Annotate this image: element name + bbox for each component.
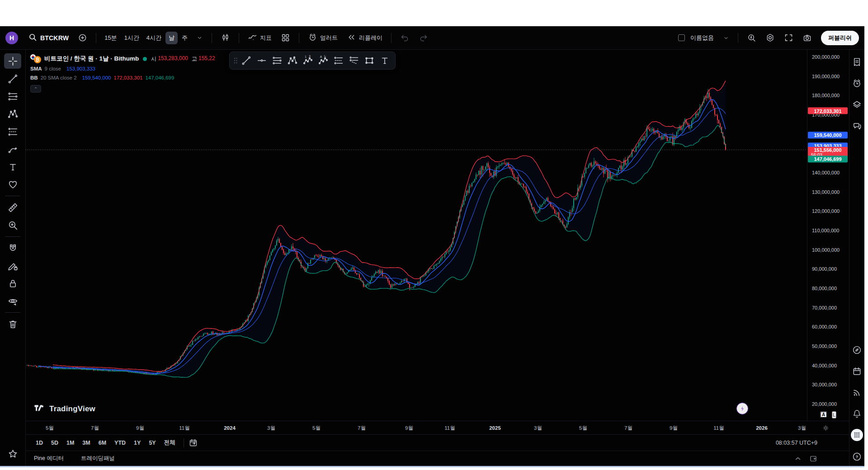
legend-collapse-button[interactable]: ⌃ [30,85,41,93]
crosshair-tool-icon[interactable] [4,53,21,69]
trend-line-icon[interactable] [239,53,254,68]
price-tick-label: 20,000,000 [812,401,837,407]
xabcd-pattern-icon[interactable] [285,53,300,68]
axis-settings-gear-icon[interactable] [822,424,829,431]
symbol-search-button[interactable]: BTCKRW [24,30,72,46]
chat-icon[interactable] [851,120,863,132]
hide-drawings-tool-icon[interactable] [4,293,21,309]
layout-checkbox[interactable] [678,34,685,41]
layout-name-button[interactable]: 이름없음 [687,31,717,45]
rectangle-icon[interactable] [362,53,377,68]
price-tick-label: 130,000,000 [812,189,840,195]
range-button-1D[interactable]: 1D [32,437,47,449]
indicator-templates-icon[interactable] [277,30,294,45]
bell-icon[interactable] [851,408,863,419]
trend-line-tool-icon[interactable] [4,71,21,86]
object-tree-icon[interactable] [851,99,863,110]
range-button-YTD[interactable]: YTD [111,437,129,449]
range-button-1M[interactable]: 1M [63,437,78,449]
interval-button-4시간[interactable]: 4시간 [143,32,165,44]
interval-button-날[interactable]: 날 [165,32,178,44]
compare-add-icon[interactable] [74,30,91,45]
indicators-button[interactable]: 지표 [244,30,275,46]
price-chart[interactable] [26,50,807,421]
range-buttons: 1D5D1M3M6MYTD1Y5Y전체 [32,437,179,449]
calendar-icon[interactable] [851,365,863,377]
range-button-3M[interactable]: 3M [79,437,94,449]
interval-chevron-down-icon[interactable] [193,32,207,44]
undo-icon[interactable] [396,30,413,45]
drag-handle-icon[interactable] [232,55,239,66]
interval-button-1시간[interactable]: 1시간 [121,32,142,44]
time-tick-label: 11월 [713,424,724,431]
magnet-tool-icon[interactable] [4,240,21,256]
watchlist-icon[interactable] [851,56,863,68]
auto-scale-badge[interactable]: A [820,411,827,418]
market-status-dot[interactable] [143,57,147,61]
apps-grid-icon[interactable] [851,429,863,441]
horizontal-line-icon[interactable] [254,53,269,68]
fib-retracement-tool-icon[interactable] [4,124,21,139]
panel-expand-icon[interactable] [809,455,817,463]
fib-retracement-icon[interactable] [331,53,346,68]
ruler-tool-icon[interactable] [4,200,21,215]
panel-collapse-chevron-icon[interactable] [794,455,802,463]
time-tick-label: 7월 [358,424,366,431]
divider [5,236,20,237]
parallel-channel-icon[interactable] [269,53,285,68]
price-axis[interactable]: A L 200,000,000190,000,000180,000,000170… [807,50,849,421]
parallel-channel-tool-icon[interactable] [4,89,21,104]
elliott-impulse-icon[interactable]: 15 [300,53,316,68]
indicators-wave-icon [248,33,257,43]
alert-button[interactable]: 얼러트 [304,30,341,46]
interval-button-주[interactable]: 주 [179,32,191,44]
alerts-clock-icon[interactable] [851,77,863,89]
boost-lightning-icon[interactable] [736,403,748,414]
lock-all-tool-icon[interactable] [4,276,21,291]
layout-chevron-down-icon[interactable] [719,32,733,44]
price-tick-label: 30,000,000 [812,382,837,387]
text-tool-icon[interactable] [377,53,392,68]
trash-tool-icon[interactable] [4,316,21,332]
bottom-panel-tab-0[interactable]: Pine 에디터 [34,455,64,462]
time-tick-label: 7월 [624,424,632,431]
interval-button-15분[interactable]: 15분 [101,32,120,44]
redo-icon[interactable] [415,30,432,45]
xabcd-pattern-tool-icon[interactable] [4,106,21,122]
elliott-correction-icon[interactable]: AC [316,53,331,68]
fullscreen-icon[interactable] [780,30,797,45]
compass-icon[interactable] [851,344,863,356]
chart-canvas[interactable]: ₿ 비트코인 / 한국 원 · 1날 · Bithumb 시153,283,00… [26,50,807,421]
chart-style-candles-icon[interactable] [217,30,234,45]
clock-utc-label[interactable]: 08:03:57 UTC+9 [776,440,843,446]
sma-indicator-row[interactable]: SMA 9 close 153,903,333 [30,64,215,73]
screenshot-camera-icon[interactable] [799,30,816,45]
fib-trend-icon[interactable] [346,53,362,68]
range-button-5D[interactable]: 5D [47,437,62,449]
user-avatar[interactable]: H [5,32,18,44]
broadcast-icon[interactable] [851,386,863,398]
quick-search-icon[interactable] [743,30,760,45]
range-button-6M[interactable]: 6M [95,437,110,449]
text-tool-tool-icon[interactable] [4,159,21,174]
zoom-in-tool-icon[interactable] [4,217,21,233]
goto-date-calendar-icon[interactable] [189,438,198,447]
log-scale-badge[interactable]: L [832,411,837,418]
bottom-panel-tab-1[interactable]: 트레이딩패널 [81,455,115,462]
heart-emoji-tool-icon[interactable] [4,177,21,192]
range-button-전체[interactable]: 전체 [160,437,179,449]
star-favorites-icon[interactable] [4,446,21,461]
time-axis[interactable]: 5월7월9월11월20243월5월7월9월11월20253월5월7월9월11월2… [26,421,849,434]
publish-button[interactable]: 퍼블리쉬 [821,31,859,45]
range-button-1Y[interactable]: 1Y [130,437,144,449]
drawing-lock-tool-icon[interactable] [4,258,21,273]
range-button-5Y[interactable]: 5Y [145,437,159,449]
tradingview-logo[interactable]: TradingView [34,404,95,414]
replay-button[interactable]: 리플레이 [343,30,386,46]
bb-indicator-row[interactable]: BB 20 SMA close 2 159,540,000 172,033,30… [30,73,215,82]
help-icon[interactable]: ? [851,451,863,462]
symbol-title[interactable]: 비트코인 / 한국 원 · 1날 · Bithumb [44,55,139,63]
divider [96,33,96,43]
brush-tool-icon[interactable] [4,141,21,157]
settings-gear-icon[interactable] [762,30,778,45]
